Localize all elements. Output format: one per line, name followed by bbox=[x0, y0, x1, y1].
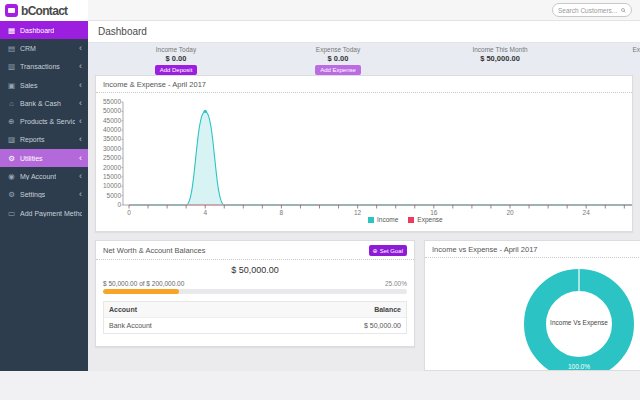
summary-card-income-this-month: Income This Month$ 50,000.00 bbox=[419, 43, 581, 75]
donut-slice-label: 100.0% bbox=[559, 363, 599, 370]
set-goal-button[interactable]: ⊕ Set Goal bbox=[369, 245, 407, 256]
brand-logo-icon bbox=[5, 4, 18, 17]
sidebar-item-bank-cash[interactable]: ⌂Bank & Cash‹ bbox=[0, 94, 88, 112]
sidebar-item-my-account[interactable]: ◉My Account‹ bbox=[0, 167, 88, 185]
net-worth-panel: Net Worth & Account Balances ⊕ Set Goal … bbox=[95, 240, 415, 347]
goal-percent: 25.00% bbox=[385, 280, 407, 287]
chevron-left-icon: ‹ bbox=[79, 155, 82, 162]
sidebar-item-reports[interactable]: ▨Reports‹ bbox=[0, 131, 88, 149]
sidebar-item-products-services[interactable]: ⊕Products & Services‹ bbox=[0, 112, 88, 130]
main-area: Dashboard Income Today$ 0.00Add DepositE… bbox=[88, 0, 640, 371]
sidebar-item-label: Bank & Cash bbox=[20, 100, 61, 107]
account-balance: $ 50,000.00 bbox=[364, 322, 401, 329]
legend-item-income[interactable]: Income bbox=[368, 216, 398, 223]
accounts-table: Account Balance Bank Account$ 50,000.00 bbox=[103, 301, 407, 334]
sidebar-nav: ▦Dashboard▤CRM‹▥Transactions‹▣Sales‹⌂Ban… bbox=[0, 21, 88, 222]
bank-icon: ⌂ bbox=[7, 99, 16, 108]
sidebar-item-transactions[interactable]: ▥Transactions‹ bbox=[0, 58, 88, 76]
sidebar-item-label: My Account bbox=[20, 173, 56, 180]
utilities-wrench-icon: ⚙ bbox=[7, 154, 16, 163]
svg-text:12: 12 bbox=[354, 209, 362, 216]
sidebar-item-label: Sales bbox=[20, 82, 38, 89]
net-worth-panel-header: Net Worth & Account Balances ⊕ Set Goal bbox=[96, 241, 414, 260]
income-vs-expense-donut bbox=[425, 258, 640, 371]
summary-strip: Income Today$ 0.00Add DepositExpense Tod… bbox=[88, 43, 640, 75]
summary-card-expense-this-month: Expense This Month bbox=[581, 43, 640, 75]
chart-legend: IncomeExpense bbox=[368, 216, 443, 223]
svg-text:20: 20 bbox=[506, 209, 514, 216]
svg-text:0: 0 bbox=[127, 209, 131, 216]
svg-text:24: 24 bbox=[583, 209, 591, 216]
chevron-left-icon: ‹ bbox=[79, 45, 82, 52]
income-expense-chart-body: 0500010000150002000025000300003500040000… bbox=[96, 93, 632, 232]
app-window: bContact ▦Dashboard▤CRM‹▥Transactions‹▣S… bbox=[0, 0, 640, 400]
breadcrumb: Dashboard bbox=[88, 21, 640, 43]
income-vs-expense-panel: Income vs Expense - April 2017 Income Vs… bbox=[424, 240, 640, 371]
income-expense-panel: Income & Expense - April 2017 0500010000… bbox=[95, 75, 633, 232]
sidebar-item-crm[interactable]: ▤CRM‹ bbox=[0, 39, 88, 57]
add-deposit-button[interactable]: Add Deposit bbox=[155, 65, 198, 75]
summary-card-value: $ 0.00 bbox=[328, 54, 349, 63]
sidebar-item-add-payment-method[interactable]: ▭Add Payment Method bbox=[0, 204, 88, 222]
sidebar-item-label: Add Payment Method bbox=[20, 210, 82, 217]
summary-card-label: Expense Today bbox=[316, 46, 360, 53]
accounts-col-account: Account bbox=[109, 306, 137, 313]
svg-text:4: 4 bbox=[203, 209, 207, 216]
net-worth-value: $ 50,000.00 bbox=[96, 265, 414, 275]
svg-text:40000: 40000 bbox=[103, 126, 121, 133]
sidebar-item-settings[interactable]: ⚙Settings‹ bbox=[0, 186, 88, 204]
search-icon bbox=[621, 7, 626, 14]
chevron-left-icon: ‹ bbox=[79, 63, 82, 70]
account-row-bank-account: Bank Account$ 50,000.00 bbox=[104, 317, 406, 333]
svg-text:30000: 30000 bbox=[103, 145, 121, 152]
summary-card-value: $ 0.00 bbox=[166, 54, 187, 63]
summary-card-income-today: Income Today$ 0.00Add Deposit bbox=[95, 43, 257, 75]
topbar bbox=[88, 0, 640, 21]
income-expense-chart: 0500010000150002000025000300003500040000… bbox=[96, 93, 633, 223]
sidebar-item-label: Transactions bbox=[20, 63, 60, 70]
dashboard-icon: ▦ bbox=[7, 26, 16, 35]
income-expense-panel-header: Income & Expense - April 2017 bbox=[96, 76, 632, 93]
add-expense-button[interactable]: Add Expense bbox=[315, 65, 361, 75]
brand-logo[interactable]: bContact bbox=[0, 0, 88, 21]
sidebar-item-utilities[interactable]: ⚙Utilities‹ bbox=[0, 149, 88, 167]
chevron-left-icon: ‹ bbox=[79, 191, 82, 198]
summary-card-label: Income Today bbox=[156, 46, 196, 53]
income-vs-expense-panel-header: Income vs Expense - April 2017 bbox=[425, 241, 640, 258]
svg-text:25000: 25000 bbox=[103, 154, 121, 161]
sidebar-item-label: Dashboard bbox=[20, 27, 54, 34]
search-input[interactable] bbox=[558, 7, 618, 14]
sidebar-item-dashboard[interactable]: ▦Dashboard bbox=[0, 21, 88, 39]
legend-label: Expense bbox=[417, 216, 442, 223]
sidebar-item-sales[interactable]: ▣Sales‹ bbox=[0, 76, 88, 94]
settings-gear-icon: ⚙ bbox=[7, 190, 16, 199]
svg-text:45000: 45000 bbox=[103, 117, 121, 124]
accounts-col-balance: Balance bbox=[374, 306, 401, 313]
svg-text:0: 0 bbox=[117, 201, 121, 208]
sales-cart-icon: ▣ bbox=[7, 81, 16, 90]
page-title: Dashboard bbox=[98, 26, 147, 37]
sidebar-item-label: Reports bbox=[20, 136, 45, 143]
svg-text:35000: 35000 bbox=[103, 135, 121, 142]
goal-progress-text: $ 50,000.00 of $ 200,000.00 bbox=[103, 280, 184, 287]
set-goal-label: Set Goal bbox=[380, 248, 403, 254]
sidebar-item-label: Utilities bbox=[20, 155, 43, 162]
customer-search[interactable] bbox=[552, 3, 632, 17]
donut-center-label: Income Vs Expense bbox=[519, 319, 639, 326]
reports-chart-icon: ▨ bbox=[7, 135, 16, 144]
legend-item-expense[interactable]: Expense bbox=[408, 216, 442, 223]
chevron-left-icon: ‹ bbox=[79, 100, 82, 107]
brand-name: bContact bbox=[21, 4, 67, 18]
goal-progress-bar bbox=[103, 289, 407, 294]
user-icon: ◉ bbox=[7, 172, 16, 181]
svg-text:10000: 10000 bbox=[103, 182, 121, 189]
svg-text:16: 16 bbox=[430, 209, 438, 216]
goal-target-icon: ⊕ bbox=[373, 247, 378, 254]
income-vs-expense-panel-title: Income vs Expense - April 2017 bbox=[432, 245, 537, 254]
accounts-table-header: Account Balance bbox=[104, 302, 406, 317]
chevron-left-icon: ‹ bbox=[79, 118, 82, 125]
transactions-icon: ▥ bbox=[7, 62, 16, 71]
income-expense-panel-title: Income & Expense - April 2017 bbox=[103, 80, 206, 89]
goal-progress-row: $ 50,000.00 of $ 200,000.00 25.00% bbox=[96, 280, 414, 287]
legend-swatch-expense bbox=[408, 217, 414, 223]
